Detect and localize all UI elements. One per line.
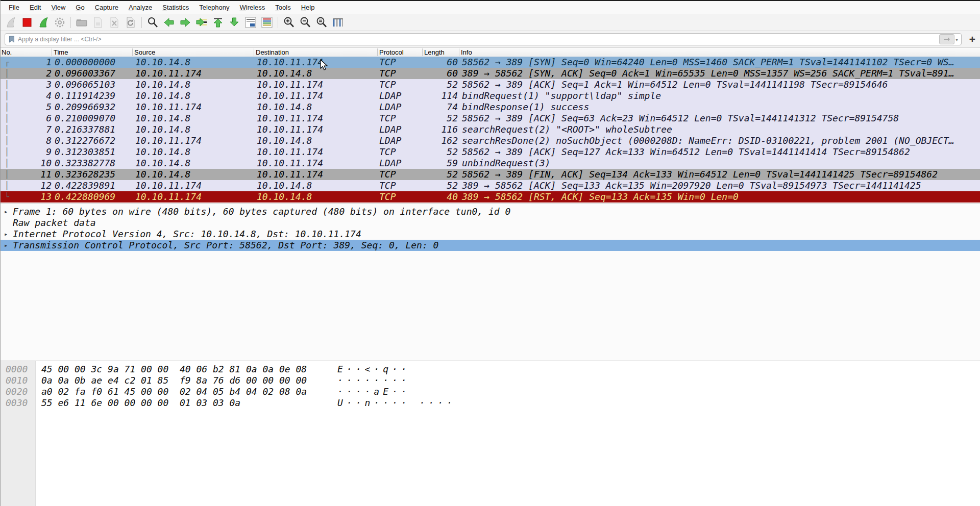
cell-source: 10.10.11.174	[135, 68, 202, 79]
cell-destination: 10.10.14.8	[257, 135, 312, 146]
menu-item-analyze[interactable]: Analyze	[124, 4, 157, 11]
stop-capture-icon[interactable]	[19, 16, 35, 29]
column-header-protocol[interactable]: Protocol	[379, 48, 404, 56]
column-separator[interactable]	[254, 48, 254, 56]
colorize-icon[interactable]	[259, 16, 275, 29]
add-filter-button-plus[interactable]: +	[969, 33, 975, 46]
cell-no: 10	[13, 158, 52, 169]
menu-item-capture[interactable]: Capture	[90, 4, 124, 11]
go-back-icon[interactable]	[161, 16, 177, 29]
start-capture-icon[interactable]	[3, 16, 18, 29]
zoom-reset-icon[interactable]	[314, 16, 329, 29]
packet-row-8[interactable]: │80.31227667210.10.11.17410.10.14.8LDAP1…	[1, 135, 980, 146]
auto-scroll-icon[interactable]	[243, 16, 258, 29]
column-header-destination[interactable]: Destination	[256, 48, 289, 56]
menu-item-edit[interactable]: Edit	[24, 4, 46, 11]
packet-row-12[interactable]: │120.42283989110.10.11.17410.10.14.8TCP5…	[1, 180, 980, 191]
packet-row-10[interactable]: │100.32338277810.10.14.810.10.11.174LDAP…	[1, 158, 980, 169]
column-header-info[interactable]: Info	[461, 48, 472, 56]
packet-row-3[interactable]: │30.09606510310.10.14.810.10.11.174TCP52…	[1, 79, 980, 90]
bookmark-icon[interactable]	[8, 35, 16, 43]
column-header-source[interactable]: Source	[134, 48, 155, 56]
expand-arrow-icon[interactable]: ▸	[4, 206, 8, 217]
capture-options-icon[interactable]	[52, 16, 67, 29]
display-filter-input[interactable]	[16, 36, 939, 43]
restart-capture-icon[interactable]	[36, 16, 51, 29]
cell-length: 60	[408, 57, 458, 68]
display-filter-field[interactable]: ▾	[5, 33, 962, 45]
cell-info: bindRequest(1) "support\ldap" simple	[462, 90, 980, 102]
cell-info: 389 → 58562 [SYN, ACK] Seq=0 Ack=1 Win=6…	[462, 68, 980, 79]
cell-info: unbindRequest(3)	[462, 158, 980, 169]
apply-filter-button[interactable]	[939, 34, 954, 44]
cell-protocol: LDAP	[379, 158, 401, 169]
cell-no: 6	[13, 113, 52, 124]
cell-length: 59	[408, 158, 458, 169]
menu-item-wireless[interactable]: Wireless	[235, 4, 271, 11]
packet-row-13[interactable]: └130.42288096910.10.11.17410.10.14.8TCP4…	[1, 191, 980, 203]
menu-item-file[interactable]: File	[4, 4, 24, 11]
save-file-icon[interactable]	[90, 16, 106, 29]
find-packet-icon[interactable]	[145, 16, 160, 29]
column-separator[interactable]	[377, 48, 378, 56]
packet-row-7[interactable]: │70.21633788110.10.14.810.10.11.174LDAP1…	[1, 124, 980, 135]
column-header-no[interactable]: No.	[2, 48, 12, 56]
column-header-time[interactable]: Time	[54, 48, 68, 56]
column-separator[interactable]	[132, 48, 133, 56]
expand-arrow-icon[interactable]: ▸	[4, 240, 8, 251]
packet-row-4[interactable]: │40.11191423910.10.14.810.10.11.174LDAP1…	[1, 90, 980, 102]
hex-row-0000[interactable]: 000045 00 00 3c 9a 71 00 00 40 06 b2 81 …	[1, 364, 980, 375]
column-header-length[interactable]: Length	[424, 48, 445, 56]
cell-length: 52	[408, 180, 458, 191]
cell-source: 10.10.11.174	[135, 191, 202, 203]
cell-source: 10.10.14.8	[135, 79, 190, 90]
packet-row-1[interactable]: ┌10.00000000010.10.14.810.10.11.174TCP60…	[1, 57, 980, 68]
detail-row-2[interactable]: ▸Internet Protocol Version 4, Src: 10.10…	[1, 229, 980, 240]
hex-ascii: U··n···· ····	[337, 397, 456, 409]
zoom-out-icon[interactable]	[298, 16, 313, 29]
packet-row-6[interactable]: │60.21000907010.10.14.810.10.11.174TCP52…	[1, 113, 980, 124]
cell-destination: 10.10.14.8	[257, 191, 312, 203]
chevron-down-icon[interactable]: ▾	[955, 37, 958, 42]
close-file-icon[interactable]	[107, 16, 122, 29]
column-separator[interactable]	[52, 48, 52, 56]
cell-length: 40	[408, 191, 458, 203]
menu-item-view[interactable]: View	[46, 4, 70, 11]
menu-item-tools[interactable]: Tools	[270, 4, 296, 11]
detail-row-3[interactable]: ▸Transmission Control Protocol, Src Port…	[1, 240, 980, 251]
cell-time: 0.312276672	[55, 135, 115, 146]
hex-row-0030[interactable]: 003055 e6 11 6e 00 00 00 00 01 03 03 0aU…	[1, 397, 980, 409]
hex-row-0020[interactable]: 0020a0 02 fa f0 61 45 00 00 02 04 05 b4 …	[1, 386, 980, 397]
detail-row-0[interactable]: ▸Frame 1: 60 bytes on wire (480 bits), 6…	[1, 206, 980, 217]
toolbar-separator	[70, 17, 71, 28]
packet-row-2[interactable]: │20.09600336710.10.11.17410.10.14.8TCP60…	[1, 68, 980, 79]
reload-file-icon[interactable]	[123, 16, 138, 29]
cell-info: 58562 → 389 [ACK] Seq=1 Ack=1 Win=64512 …	[462, 79, 980, 90]
cell-source: 10.10.14.8	[135, 169, 190, 180]
go-first-packet-icon[interactable]	[210, 16, 226, 29]
packet-row-9[interactable]: │90.31230385110.10.14.810.10.11.174TCP52…	[1, 146, 980, 158]
cell-info: 58562 → 389 [ACK] Seq=127 Ack=133 Win=64…	[462, 146, 980, 158]
detail-row-text: Frame 1: 60 bytes on wire (480 bits), 60…	[13, 206, 510, 217]
expand-arrow-icon[interactable]: ▸	[4, 229, 8, 240]
detail-row-text: Raw packet data	[13, 217, 96, 229]
packet-bytes-pane[interactable]: 000045 00 00 3c 9a 71 00 00 40 06 b2 81 …	[1, 361, 980, 506]
resize-columns-icon[interactable]	[330, 16, 346, 29]
cell-protocol: TCP	[379, 113, 396, 124]
menu-item-help[interactable]: Help	[296, 4, 320, 11]
open-file-icon[interactable]	[74, 16, 89, 29]
packet-row-5[interactable]: │50.20996693210.10.11.17410.10.14.8LDAP7…	[1, 102, 980, 113]
go-to-packet-icon[interactable]	[194, 16, 209, 29]
menu-item-telephony[interactable]: Telephony	[194, 4, 234, 11]
menu-item-go[interactable]: Go	[70, 4, 89, 11]
detail-row-1[interactable]: Raw packet data	[1, 217, 980, 229]
hex-row-0010[interactable]: 00100a 0a 0b ae e4 c2 01 85 f9 8a 76 d6 …	[1, 375, 980, 386]
hex-bytes: 45 00 00 3c 9a 71 00 00 40 06 b2 81 0a 0…	[41, 364, 307, 375]
column-separator[interactable]	[459, 48, 459, 56]
go-last-packet-icon[interactable]	[227, 16, 242, 29]
zoom-in-icon[interactable]	[281, 16, 297, 29]
menu-item-statistics[interactable]: Statistics	[157, 4, 194, 11]
packet-row-11[interactable]: │110.32362823510.10.14.810.10.11.174TCP5…	[1, 169, 980, 180]
column-separator[interactable]	[422, 48, 423, 56]
go-forward-icon[interactable]	[178, 16, 193, 29]
